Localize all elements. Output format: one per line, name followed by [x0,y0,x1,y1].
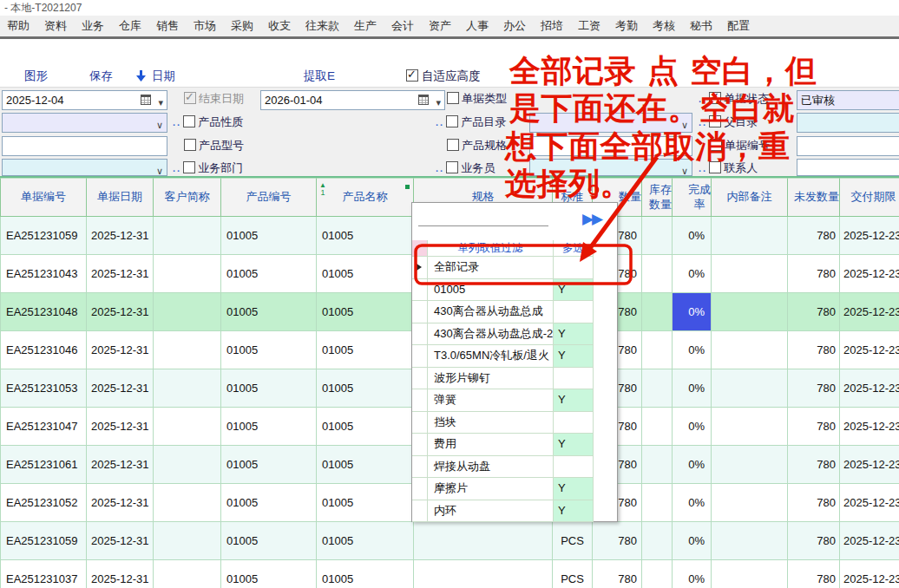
cell-unshipped[interactable]: 780 [788,217,840,255]
cell-id[interactable]: EA251231048 [0,293,87,331]
cell-stock[interactable] [642,560,673,588]
popup-search-input[interactable] [418,225,548,226]
cell-pcode[interactable]: 01005 [221,408,317,446]
cell-customer[interactable] [154,408,221,446]
cell-id[interactable]: EA251231052 [0,484,87,522]
cell-pcode[interactable]: 01005 [221,522,317,560]
save-button[interactable]: 保存 [89,69,113,84]
cell-id[interactable]: EA251231046 [0,331,87,369]
menu-item-11[interactable]: 会计 [391,18,414,34]
cell-rate[interactable]: 0% [673,522,712,560]
popup-item-label[interactable]: 摩擦片 [428,478,554,500]
double-chevron-icon[interactable]: ▶▶ [582,210,601,228]
cell-customer[interactable] [154,484,221,522]
cell-unit[interactable]: PCS [553,522,593,560]
cell-deadline[interactable]: 2025-12-23 [840,446,899,484]
cell-rate[interactable]: 0% [673,293,712,331]
popup-multi-flag[interactable]: Y [554,478,594,500]
popup-item-内环[interactable]: 内环Y [412,500,594,523]
cell-qty[interactable]: 780 [593,522,642,560]
cell-unshipped[interactable]: 780 [788,484,840,522]
cell-customer[interactable] [154,446,221,484]
popup-filter-header[interactable]: 单列取值过滤 [428,240,554,257]
popup-multi-flag[interactable]: Y [554,323,594,346]
filter-combo-1[interactable]: ∨ [2,113,167,133]
cell-unshipped[interactable]: 780 [788,408,840,446]
cell-pcode[interactable]: 01005 [221,560,317,588]
menu-item-12[interactable]: 资产 [429,18,451,34]
table-row[interactable]: EA2512310592025-12-310100501005PCS7800%7… [0,522,899,560]
cell-pcode[interactable]: 01005 [221,331,317,369]
start-date-field[interactable]: 2025-12-04 ▾ [2,90,167,110]
popup-item-label[interactable]: 挡块 [428,412,554,434]
popup-item-费用[interactable]: 费用Y [412,434,594,456]
cell-rate[interactable]: 0% [673,446,712,484]
menu-item-16[interactable]: 工资 [578,18,600,34]
column-header-内部备注[interactable]: 内部备注 [712,178,788,217]
cell-pcode[interactable]: 01005 [221,217,317,255]
menu-item-9[interactable]: 往来款 [305,18,339,34]
cell-customer[interactable] [154,217,221,255]
cell-deadline[interactable]: 2025-12-23 [840,369,899,408]
filter-check-产品目录[interactable]: ..产品目录 [436,115,506,129]
menu-item-10[interactable]: 生产 [354,18,377,34]
cell-note[interactable] [712,369,788,408]
cell-deadline[interactable]: 2025-12-23 [840,217,899,255]
cell-date[interactable]: 2025-12-31 [87,560,154,588]
popup-multi-flag[interactable]: Y [554,434,594,456]
popup-item-label[interactable]: 焊接从动盘 [428,456,554,479]
cell-unit[interactable]: PCS [553,560,593,588]
cell-date[interactable]: 2025-12-31 [87,484,154,522]
cell-stock[interactable] [642,446,673,484]
cell-pname[interactable]: 01005 [317,217,414,255]
cell-pcode[interactable]: 01005 [221,369,317,408]
cell-rate[interactable]: 0% [673,255,712,293]
cell-customer[interactable] [154,522,221,560]
cell-id[interactable]: EA251231061 [0,446,87,484]
extract-button[interactable]: 提取E [304,69,335,84]
cell-note[interactable] [712,293,788,331]
cell-pcode[interactable]: 01005 [221,293,317,331]
cell-pname[interactable]: 01005 [317,293,414,331]
cell-date[interactable]: 2025-12-31 [87,331,154,369]
popup-multi-flag[interactable] [554,301,594,323]
cell-note[interactable] [712,408,788,446]
chevron-down-icon[interactable]: ∨ [156,162,163,176]
cell-customer[interactable] [154,369,221,408]
popup-item-摩擦片[interactable]: 摩擦片Y [412,478,594,500]
menu-item-8[interactable]: 收支 [268,18,291,34]
popup-multi-header[interactable]: 多选 [554,240,594,257]
cell-pname[interactable]: 01005 [317,369,414,408]
checkbox-icon[interactable] [183,161,195,173]
menu-item-6[interactable]: 市场 [194,18,216,34]
cell-date[interactable]: 2025-12-31 [87,408,154,446]
cell-pcode[interactable]: 01005 [221,446,317,484]
cell-customer[interactable] [154,293,221,331]
cell-id[interactable]: EA251231043 [0,255,87,293]
cell-stock[interactable] [642,408,673,446]
filter-check-产品规格[interactable]: 产品规格 [447,139,507,153]
cell-stock[interactable] [642,369,673,408]
popup-item-弹簧[interactable]: 弹簧Y [412,389,594,412]
cell-unshipped[interactable]: 780 [788,293,840,331]
cell-pcode[interactable]: 01005 [221,255,317,293]
column-header-单据日期[interactable]: 单据日期 [87,178,154,217]
checkbox-checked-icon[interactable] [184,92,196,104]
cell-spec[interactable] [414,522,553,560]
cell-stock[interactable] [642,484,673,522]
cell-note[interactable] [712,560,788,588]
filter-check-单据类型[interactable]: 单据类型 [447,92,507,106]
cell-rate[interactable]: 0% [673,560,712,588]
checkbox-icon[interactable] [446,115,458,127]
menu-item-7[interactable]: 采购 [231,18,253,34]
popup-item-label[interactable]: 内环 [428,500,554,523]
checkbox-icon[interactable] [447,139,459,151]
chevron-down-icon[interactable]: ▾ [158,94,163,110]
cell-pname[interactable]: 01005 [317,522,414,560]
popup-item-全部记录[interactable]: 全部记录 [412,257,594,279]
popup-item-label[interactable]: 全部记录 [428,257,554,279]
cell-id[interactable]: EA251231053 [0,369,87,408]
cell-id[interactable]: EA251231059 [0,217,87,255]
popup-item-430离合器从动盘总成-2[interactable]: 430离合器从动盘总成-2Y [412,323,594,346]
column-header-完成率[interactable]: 完成率 [673,178,712,217]
